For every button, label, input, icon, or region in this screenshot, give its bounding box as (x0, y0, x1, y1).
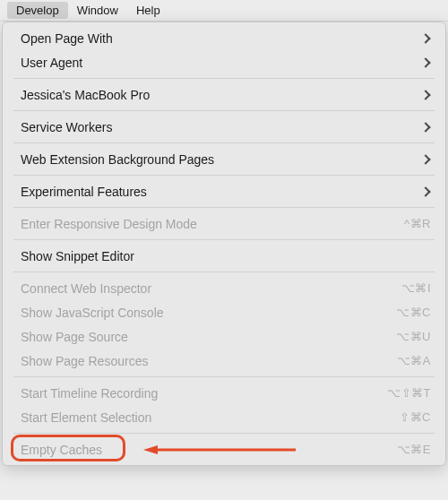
menu-shortcut: ⌥⌘U (396, 330, 431, 343)
menu-label: Enter Responsive Design Mode (21, 217, 404, 231)
menu-label: Connect Web Inspector (21, 281, 401, 296)
menu-label: Show Page Source (21, 330, 396, 344)
separator (13, 142, 435, 143)
chevron-right-icon (420, 33, 430, 43)
menu-open-page-with[interactable]: Open Page With (3, 26, 445, 50)
menu-shortcut: ⌥⌘C (396, 306, 431, 319)
menu-page-resources: Show Page Resources ⌥⌘A (3, 349, 445, 373)
menu-shortcut: ⌥⌘A (397, 354, 431, 367)
chevron-right-icon (420, 90, 430, 99)
menu-label: Show JavaScript Console (21, 306, 396, 320)
separator (13, 207, 435, 208)
menubar-window[interactable]: Window (68, 2, 127, 19)
menu-timeline: Start Timeline Recording ⌥⇧⌘T (3, 381, 445, 405)
menu-shortcut: ⇧⌘C (400, 410, 431, 424)
chevron-right-icon (420, 57, 430, 67)
menu-label: Empty Caches (21, 443, 397, 457)
menu-snippet-editor[interactable]: Show Snippet Editor (3, 244, 445, 268)
separator (13, 110, 435, 111)
separator (13, 78, 435, 79)
menu-label: Open Page With (21, 31, 422, 46)
menu-page-source: Show Page Source ⌥⌘U (3, 324, 445, 349)
separator (13, 376, 435, 377)
menu-label: Jessica's MacBook Pro (21, 88, 422, 102)
menu-shortcut: ⌥⌘E (397, 443, 431, 456)
menu-user-agent[interactable]: User Agent (3, 50, 445, 74)
menu-label: Web Extension Background Pages (21, 152, 422, 167)
menu-label: Start Timeline Recording (21, 386, 387, 401)
menu-js-console: Show JavaScript Console ⌥⌘C (3, 300, 445, 324)
menu-device[interactable]: Jessica's MacBook Pro (3, 82, 445, 107)
menu-shortcut: ⌥⇧⌘T (387, 386, 431, 400)
menu-label: Start Element Selection (21, 410, 400, 425)
separator (13, 239, 435, 240)
develop-dropdown: Open Page With User Agent Jessica's MacB… (2, 22, 446, 466)
menu-label: User Agent (21, 56, 422, 70)
menubar-develop[interactable]: Develop (7, 2, 68, 19)
menu-responsive-design: Enter Responsive Design Mode ^⌘R (3, 211, 445, 236)
menu-service-workers[interactable]: Service Workers (3, 115, 445, 139)
chevron-right-icon (420, 154, 430, 164)
menubar: Develop Window Help (0, 0, 448, 22)
chevron-right-icon (420, 186, 430, 196)
separator (13, 272, 435, 272)
menu-experimental[interactable]: Experimental Features (3, 179, 445, 203)
menu-label: Service Workers (21, 120, 422, 134)
menu-connect-inspector: Connect Web Inspector ⌥⌘I (3, 276, 445, 300)
menu-web-ext-bg[interactable]: Web Extension Background Pages (3, 147, 445, 171)
menu-element-selection: Start Element Selection ⇧⌘C (3, 405, 445, 429)
separator (13, 433, 435, 434)
menu-shortcut: ^⌘R (404, 217, 431, 230)
menu-label: Show Page Resources (21, 354, 397, 368)
menu-empty-caches: Empty Caches ⌥⌘E (3, 437, 445, 461)
menu-label: Experimental Features (21, 185, 422, 199)
separator (13, 175, 435, 176)
menubar-help[interactable]: Help (127, 2, 169, 19)
chevron-right-icon (420, 122, 430, 132)
menu-shortcut: ⌥⌘I (401, 281, 431, 295)
menu-label: Show Snippet Editor (21, 249, 431, 263)
